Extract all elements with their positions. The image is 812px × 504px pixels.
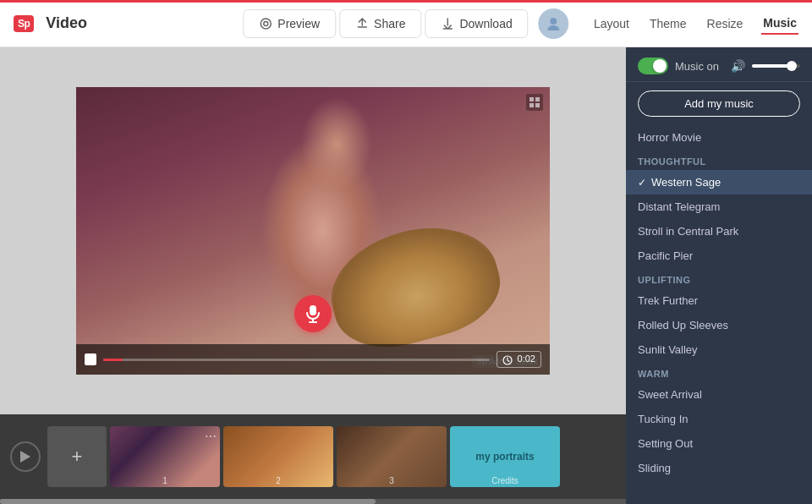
nav-theme[interactable]: Theme (648, 14, 689, 34)
svg-point-1 (264, 21, 268, 25)
mic-button[interactable] (294, 295, 332, 332)
stop-button[interactable] (85, 353, 96, 365)
topbar-nav: Layout Theme Resize Music (592, 13, 798, 35)
toggle-thumb (653, 59, 667, 73)
topbar-left: Sp Video (14, 14, 87, 32)
filmstrip-scroll-thumb[interactable] (0, 499, 376, 504)
main-layout: Sp Adobe Spark 0:02 (0, 47, 812, 504)
svg-point-0 (261, 19, 271, 29)
preview-icon (259, 17, 272, 30)
avatar-icon (546, 15, 562, 32)
svg-marker-11 (20, 451, 30, 463)
music-item-distant-telegram[interactable]: Distant Telegram (626, 194, 812, 219)
topbar: Sp Video Preview Share Download (0, 0, 812, 47)
filmstrip-play-button[interactable] (10, 441, 41, 472)
download-button[interactable]: Download (425, 9, 528, 38)
nav-resize[interactable]: Resize (705, 14, 745, 34)
svg-rect-4 (535, 97, 540, 101)
clip-1-menu[interactable]: ⋯ (205, 430, 217, 443)
clip-2[interactable]: 2 (223, 426, 333, 487)
volume-thumb[interactable] (787, 61, 797, 71)
music-item-sunlit-valley[interactable]: Sunlit Valley (626, 337, 812, 362)
music-panel: Music on 🔊 Add my music Horror Movie THO… (626, 47, 812, 504)
section-header-uplifting: UPLIFTING (626, 268, 812, 288)
svg-rect-7 (310, 305, 316, 315)
mic-icon (305, 304, 321, 323)
topbar-center-actions: Preview Share Download (243, 8, 568, 39)
video-frame: Sp Adobe Spark 0:02 (76, 87, 550, 375)
svg-rect-6 (535, 103, 540, 107)
music-toggle[interactable] (638, 58, 668, 74)
svg-rect-3 (529, 97, 534, 101)
app-title: Video (46, 14, 87, 32)
svg-point-2 (551, 18, 557, 25)
clip-3-label: 3 (389, 476, 394, 485)
clip-credits-label: Credits (491, 476, 518, 485)
music-item-tucking-in[interactable]: Tucking In (626, 407, 812, 431)
center-content: Sp Adobe Spark 0:02 (0, 47, 626, 504)
video-area: Sp Adobe Spark 0:02 (0, 47, 626, 414)
volume-fill (752, 64, 788, 68)
selected-checkmark: ✓ (638, 177, 646, 189)
clip-1[interactable]: ⋯ 1 (110, 426, 220, 487)
music-on-label: Music on (675, 60, 724, 73)
music-item-trek-further[interactable]: Trek Further (626, 288, 812, 313)
svg-rect-5 (529, 103, 534, 107)
clock-icon (502, 355, 513, 365)
clip-1-label: 1 (162, 476, 167, 485)
preview-button[interactable]: Preview (243, 9, 336, 38)
volume-slider[interactable] (752, 64, 801, 68)
clip-3[interactable]: 3 (337, 426, 447, 487)
add-clip-button[interactable]: + (47, 426, 107, 487)
resize-icon (529, 97, 540, 107)
music-item-sweet-arrival[interactable]: Sweet Arrival (626, 382, 812, 407)
nav-layout[interactable]: Layout (592, 14, 631, 34)
section-header-thoughtful: THOUGHTFUL (626, 150, 812, 170)
resize-handle[interactable] (526, 94, 543, 111)
music-item-setting-out[interactable]: Setting Out (626, 431, 812, 456)
music-list: Horror Movie THOUGHTFUL ✓ Western Sage D… (626, 125, 812, 504)
volume-icon: 🔊 (731, 59, 745, 73)
music-item-sliding[interactable]: Sliding (626, 456, 812, 480)
red-accent-bar (0, 0, 812, 3)
music-item-western-sage[interactable]: ✓ Western Sage (626, 170, 812, 194)
user-avatar[interactable] (539, 8, 569, 39)
add-music-button[interactable]: Add my music (638, 90, 800, 117)
music-item-stroll-central-park[interactable]: Stroll in Central Park (626, 219, 812, 244)
video-controls-bar: 0:02 (76, 344, 550, 375)
progress-fill (103, 359, 123, 361)
music-toggle-row: Music on 🔊 (626, 47, 812, 82)
filmstrip: + ⋯ 1 2 3 my portraits (0, 414, 626, 499)
progress-bar[interactable] (103, 359, 490, 361)
music-item-pacific-pier[interactable]: Pacific Pier (626, 244, 812, 268)
play-icon (20, 451, 30, 463)
clip-2-label: 2 (276, 476, 281, 485)
clip-credits[interactable]: my portraits Credits (450, 426, 560, 487)
music-item-rolled-up-sleeves[interactable]: Rolled Up Sleeves (626, 313, 812, 337)
sp-logo: Sp (14, 15, 34, 32)
download-icon (441, 17, 454, 30)
music-item-horror-movie[interactable]: Horror Movie (626, 125, 812, 150)
share-icon (355, 17, 369, 30)
section-header-warm: WARM (626, 362, 812, 382)
filmstrip-scrollbar[interactable] (0, 499, 626, 504)
nav-music[interactable]: Music (761, 13, 798, 35)
time-display: 0:02 (497, 351, 541, 367)
share-button[interactable]: Share (339, 9, 421, 38)
